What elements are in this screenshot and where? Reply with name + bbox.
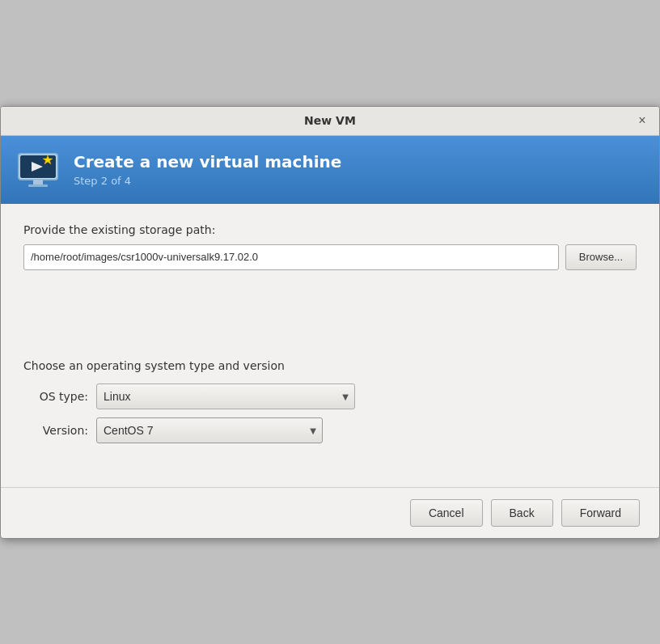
content-area: Provide the existing storage path: Brows… bbox=[1, 204, 659, 471]
new-vm-dialog: New VM × Create a new virtual machine St… bbox=[0, 106, 660, 539]
svg-rect-3 bbox=[28, 184, 48, 187]
version-select-wrapper: CentOS 7 CentOS 6 CentOS 8 Ubuntu Debian… bbox=[96, 417, 323, 443]
version-row: Version: CentOS 7 CentOS 6 CentOS 8 Ubun… bbox=[23, 417, 637, 443]
dialog-title: New VM bbox=[304, 114, 356, 127]
storage-row: Browse... bbox=[23, 244, 637, 270]
os-type-label: OS type: bbox=[23, 390, 88, 403]
footer: Cancel Back Forward bbox=[1, 487, 659, 538]
os-type-select-wrapper: Linux Windows BSD Other bbox=[96, 383, 355, 409]
os-type-select[interactable]: Linux Windows BSD Other bbox=[96, 383, 355, 409]
vm-icon bbox=[15, 147, 61, 193]
header-title: Create a new virtual machine bbox=[74, 152, 341, 172]
forward-button[interactable]: Forward bbox=[561, 499, 640, 527]
storage-label: Provide the existing storage path: bbox=[23, 223, 637, 236]
os-section-label: Choose an operating system type and vers… bbox=[23, 359, 637, 372]
titlebar: New VM × bbox=[1, 107, 659, 136]
svg-rect-2 bbox=[33, 180, 43, 184]
version-label: Version: bbox=[23, 424, 88, 437]
version-select[interactable]: CentOS 7 CentOS 6 CentOS 8 Ubuntu Debian… bbox=[96, 417, 323, 443]
spacer bbox=[23, 294, 637, 359]
os-type-row: OS type: Linux Windows BSD Other bbox=[23, 383, 637, 409]
header-banner: Create a new virtual machine Step 2 of 4 bbox=[1, 136, 659, 204]
header-step: Step 2 of 4 bbox=[74, 175, 341, 187]
close-button[interactable]: × bbox=[633, 112, 651, 129]
browse-button[interactable]: Browse... bbox=[565, 244, 637, 270]
back-button[interactable]: Back bbox=[491, 499, 553, 527]
header-text: Create a new virtual machine Step 2 of 4 bbox=[74, 152, 341, 187]
storage-path-input[interactable] bbox=[23, 244, 559, 270]
cancel-button[interactable]: Cancel bbox=[410, 499, 483, 527]
